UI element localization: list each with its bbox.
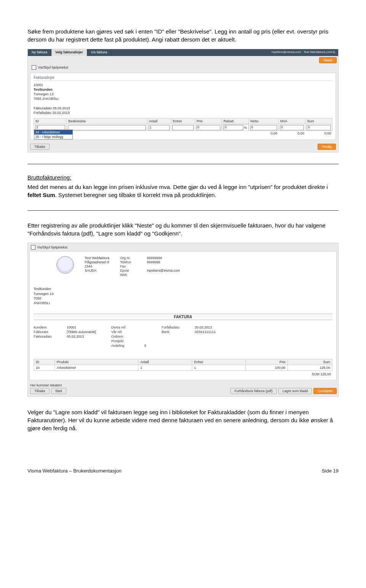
epost-label: Epost: [120, 269, 142, 272]
ordrenr-label: Ordrenr.: [111, 335, 140, 338]
help-checkbox[interactable]: [32, 65, 36, 70]
tabs-bar: Ny faktura Velg fakturalinjer Vis faktur…: [28, 49, 338, 56]
enhet-input[interactable]: [172, 125, 194, 130]
help-label: Vis/Skjul hjelpetekst: [37, 245, 67, 249]
forhandsvis-button[interactable]: Forhåndsvis faktura (pdf): [230, 388, 277, 394]
footer-left: Visma Webfaktura – Brukerdokumentasjon: [27, 468, 122, 474]
id-dropdown: 24 - Arbeidstimer 25 - I følge vedlegg: [34, 130, 73, 139]
prow-pris: 100,00: [246, 365, 287, 371]
divider: [27, 210, 339, 211]
avdeling-value: 5: [144, 344, 146, 348]
lagre-kladd-button[interactable]: Lagre som kladd: [278, 388, 312, 394]
company-name: Test Webfaktura: [85, 256, 109, 260]
pcol-enhet: Enhet: [192, 359, 246, 365]
tilbake-button[interactable]: Tilbake: [30, 388, 50, 394]
fakturanr-value: [Tildels automatisk]: [67, 330, 96, 334]
intro-paragraph: Søke frem produktene kan gjøres ved søk …: [27, 27, 339, 43]
tot-sum: 0,00: [305, 131, 332, 136]
vaarref-label: Vår ref.: [111, 330, 140, 334]
col-antall: Antall: [147, 118, 171, 124]
cust2-name: Testkunden: [34, 287, 332, 291]
godkjenn-button[interactable]: Godkjenn: [313, 388, 337, 394]
due-date: Forfallsdato 20.02.2013: [34, 111, 332, 115]
tab-velg-fakturalinjer[interactable]: Velg fakturalinjer: [51, 49, 87, 56]
company-logo: [56, 256, 74, 274]
tab-vis-faktura[interactable]: Vis faktura: [87, 49, 111, 56]
tot-mva: 0,00: [279, 131, 305, 136]
col-rabatt: Rabatt: [222, 118, 249, 124]
invoice-date: Fakturadato 05.02.2013: [34, 106, 332, 111]
tlf-value: 9999998: [147, 260, 160, 264]
header-user-info: mpetters@visma.com Test Webfaktura (1013…: [268, 49, 338, 56]
fax-label: Fax: [120, 264, 142, 268]
cust-name: Testkunden: [34, 87, 332, 92]
cust-city: 7058 JAKOBSLI: [34, 96, 332, 101]
col-pris: Pris: [195, 118, 222, 124]
prow-prod: Arbeidstimer: [55, 365, 138, 371]
lines-table: ID Beskrivelse Antall Enhet Pris Rabatt …: [34, 118, 332, 136]
pris-input[interactable]: 0: [196, 125, 220, 130]
dropdown-item-selected[interactable]: 24 - Arbeidstimer: [34, 130, 72, 135]
after-reg-paragraph: Etter registrering av alle produktlinjer…: [27, 221, 339, 237]
brutto-title: Bruttofakturering:: [27, 174, 339, 181]
rabatt-unit: %: [244, 126, 247, 130]
tot-netto: 0,00: [249, 131, 278, 136]
prow-antall: 1: [138, 365, 192, 371]
tab-ny-faktura[interactable]: Ny faktura: [28, 49, 51, 56]
forfall-label: Forfallsdato: [162, 325, 190, 329]
prow-id: 24: [34, 365, 55, 371]
footer-right: Side 19: [322, 468, 339, 474]
bank-label: Bank: [162, 330, 190, 334]
kundenr-label: Kundenr.: [34, 325, 62, 329]
divider: [27, 164, 339, 164]
company-addr: Flågstadneset 8: [85, 260, 109, 264]
help-label: Vis/Skjul hjelpetekst: [38, 66, 68, 69]
company-city: SAUDA: [85, 269, 109, 272]
table-row: 2 24 - Arbeidstimer 25 - I følge vedlegg…: [34, 124, 332, 131]
closing-paragraph: Velger du "Lagre som kladd" vil fakturae…: [27, 408, 339, 432]
footer-text: Her kommer teksten!: [30, 383, 66, 387]
help-checkbox[interactable]: [31, 245, 35, 250]
kundenr-value: 10001: [67, 325, 76, 329]
fakturadato-label: Fakturadato: [34, 335, 62, 338]
slett-button[interactable]: Slett: [51, 388, 66, 394]
antall-input[interactable]: 1: [149, 125, 170, 130]
pcol-antall: Antall: [138, 359, 192, 365]
faktura-heading: FAKTURA: [34, 314, 332, 320]
sum-total: SUM 125,00: [34, 371, 332, 377]
forfall-value: 20.02.2013: [195, 325, 212, 329]
dropdown-item[interactable]: 25 - I følge vedlegg: [34, 135, 72, 139]
customer-block-preview: Testkunden Tunvegen 13 7058 JAKOBSLI: [34, 287, 332, 305]
brutto-paragraph: Med det menes at du kan legge inn prisen…: [27, 183, 339, 199]
page-footer: Visma Webfaktura – Brukerdokumentasjon S…: [0, 449, 366, 481]
product-table: ID Produkt Antall Enhet Pris Sum 24 Arbe…: [34, 359, 332, 371]
ferdig-button[interactable]: Ferdig: [318, 144, 336, 150]
netto-input[interactable]: 0: [250, 125, 277, 130]
table-row: 24 Arbeidstimer 1 1 100,00 125,00: [34, 365, 332, 371]
cust2-addr: Tunvegen 13: [34, 292, 332, 296]
customer-block: 10001 Testkunden Tunvegen 13 7058 JAKOBS…: [34, 83, 332, 115]
prosjekt-label: Prosjekt: [111, 339, 140, 343]
mva-input[interactable]: 0: [280, 125, 304, 130]
company-postno: 2344: [85, 264, 109, 268]
orgnr-value: 99999999: [147, 256, 162, 260]
meta-grid: Kundenr.10001 Fakturanr.[Tildels automat…: [34, 325, 332, 348]
header-user-email: mpetters@visma.com: [271, 50, 301, 54]
prow-sum: 125,00: [287, 365, 332, 371]
rabatt-input[interactable]: 0: [223, 125, 243, 130]
fakturanr-label: Fakturanr.: [34, 330, 62, 334]
besk-input[interactable]: [68, 125, 146, 130]
pcol-pris: Pris: [246, 359, 287, 365]
neste-button[interactable]: Neste: [319, 57, 337, 63]
totals-row: 0,00 0,00 0,00: [34, 131, 332, 136]
tilbake-button[interactable]: Tilbake: [30, 144, 50, 150]
cust2-postno: 7058: [34, 296, 332, 301]
web-label: Web: [120, 273, 142, 277]
header-company: Test Webfaktura (1013): [303, 50, 335, 54]
epost-value: mpetters@visma.com: [147, 269, 180, 272]
sum-input[interactable]: 0: [307, 125, 331, 130]
col-netto: Netto: [249, 118, 278, 124]
screenshot-invoice-preview: Vis/Skjul hjelpetekst Test Webfaktura Fl…: [27, 243, 339, 397]
pcol-id: ID: [34, 359, 55, 365]
tlf-label: Telefon: [120, 260, 142, 264]
